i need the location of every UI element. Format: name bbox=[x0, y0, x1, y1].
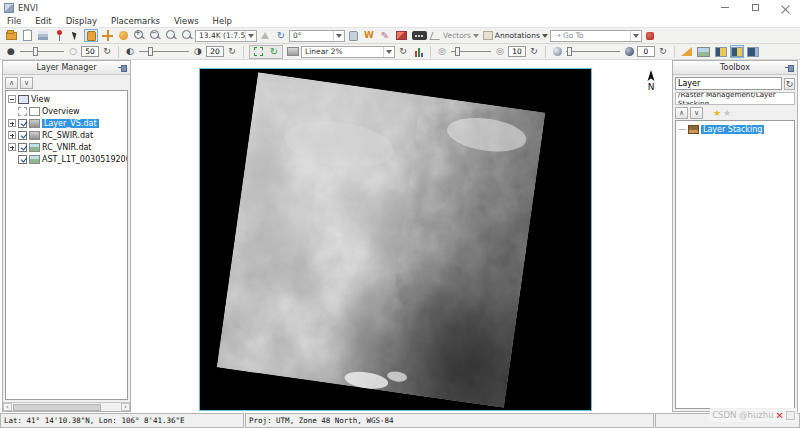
panel-pin-icon[interactable] bbox=[118, 64, 127, 71]
toolbox-header[interactable]: Toolbox bbox=[673, 61, 797, 75]
menu-file[interactable]: File bbox=[0, 16, 28, 26]
zoom-scale-value: 13.4K (1:7.5 bbox=[199, 31, 245, 40]
stretch-refresh-button[interactable]: ↻ bbox=[267, 45, 281, 58]
expand-all-button[interactable]: ∨ bbox=[20, 77, 33, 89]
minimize-button[interactable] bbox=[710, 0, 740, 15]
satellite-image[interactable] bbox=[217, 72, 546, 407]
vectors-dropdown[interactable]: Vectors bbox=[431, 31, 479, 40]
layer-checkbox[interactable] bbox=[18, 131, 27, 140]
keyboard-button[interactable] bbox=[410, 29, 428, 42]
tree-row-layer-stacking[interactable]: — Layer Stacking bbox=[678, 123, 794, 135]
toolbox-search-input[interactable] bbox=[675, 77, 782, 90]
expand-box-icon[interactable] bbox=[8, 143, 16, 151]
two-view-button[interactable] bbox=[730, 45, 744, 58]
tree-row-view[interactable]: View bbox=[8, 93, 127, 105]
select-tool-button[interactable] bbox=[68, 29, 82, 42]
stretch-extent-button[interactable] bbox=[251, 45, 265, 58]
stretch-image-button[interactable] bbox=[286, 45, 300, 58]
scroll-left-icon[interactable]: ‹ bbox=[3, 403, 12, 411]
close-button[interactable] bbox=[770, 0, 800, 15]
brightness-reset-button[interactable]: ↻ bbox=[100, 45, 114, 58]
stretch-type-combobox[interactable]: Linear 2% bbox=[301, 46, 395, 58]
layer-checkbox[interactable] bbox=[18, 119, 27, 128]
zoom-extent-button[interactable] bbox=[164, 29, 178, 42]
tree-row-ast[interactable]: AST_L1T_00305192003034611_ bbox=[8, 153, 127, 165]
expand-all-button[interactable]: ∨ bbox=[690, 107, 703, 119]
rotate-view-button[interactable]: ↻ bbox=[274, 29, 288, 42]
stretch-reset-button[interactable]: ↻ bbox=[396, 45, 410, 58]
brightness-slider[interactable] bbox=[19, 45, 65, 58]
layer-stack-button[interactable] bbox=[36, 29, 50, 42]
placemark-button[interactable] bbox=[52, 29, 66, 42]
tree-row-layer-vs[interactable]: Layer_VS.dat bbox=[8, 117, 127, 129]
contrast-reset-button[interactable]: ↻ bbox=[225, 45, 239, 58]
sharpen-slider[interactable] bbox=[450, 45, 492, 58]
tree-row-rc-vnir[interactable]: RC_VNIR.dat bbox=[8, 141, 127, 153]
histogram-button[interactable] bbox=[412, 45, 426, 58]
dropdown-arrow-icon bbox=[542, 34, 548, 38]
zoom-area-button[interactable] bbox=[180, 29, 194, 42]
layer-label: RC_SWIR.dat bbox=[42, 131, 93, 140]
tree-row-overview[interactable]: Overview bbox=[8, 105, 127, 117]
display-toolbar: ● ○ ↻ ◐ ◑ ↻ ↻ Linear 2% ↻ ◎ ◎ ↻ ↻ bbox=[0, 44, 800, 60]
single-view-button[interactable] bbox=[714, 45, 728, 58]
color-ramp-button[interactable] bbox=[679, 45, 693, 58]
pan-tool-button[interactable] bbox=[84, 29, 98, 42]
maximize-button[interactable] bbox=[740, 0, 770, 15]
zoom-in-button[interactable]: + bbox=[132, 29, 146, 42]
four-view-button[interactable] bbox=[746, 45, 760, 58]
zoom-out-button[interactable]: − bbox=[148, 29, 162, 42]
snap-up-button[interactable] bbox=[258, 29, 272, 42]
image-view-canvas[interactable] bbox=[199, 68, 592, 411]
layer-manager-header[interactable]: Layer Manager bbox=[3, 61, 130, 75]
expand-box-icon[interactable] bbox=[8, 131, 16, 139]
collapse-all-button[interactable]: ∧ bbox=[5, 77, 18, 89]
overview-checkbox[interactable] bbox=[18, 107, 27, 116]
collapse-all-button[interactable]: ∧ bbox=[675, 107, 688, 119]
layer-checkbox[interactable] bbox=[18, 143, 27, 152]
chip-button[interactable] bbox=[394, 29, 408, 42]
menu-display[interactable]: Display bbox=[59, 16, 104, 26]
sharpen-input[interactable] bbox=[508, 46, 526, 57]
goto-combobox[interactable]: ⇢ Go To bbox=[550, 30, 642, 42]
orbit-tool-button[interactable] bbox=[116, 29, 130, 42]
crosshair-tool-button[interactable] bbox=[346, 29, 360, 42]
search-refresh-button[interactable]: ↻ bbox=[784, 78, 795, 90]
annotation-pencil-button[interactable]: ✎ bbox=[378, 29, 392, 42]
sharpen-reset-button[interactable]: ↻ bbox=[527, 45, 541, 58]
expand-box-icon[interactable] bbox=[8, 119, 16, 127]
fly-tool-button[interactable] bbox=[100, 29, 114, 42]
brightness-input[interactable] bbox=[81, 46, 99, 57]
layer-manager-hscrollbar[interactable]: ‹ › bbox=[3, 402, 130, 411]
transparency-input[interactable] bbox=[637, 46, 655, 57]
open-file-button[interactable] bbox=[4, 29, 18, 42]
gray-hand-icon bbox=[349, 31, 358, 41]
image-view-button[interactable] bbox=[695, 45, 712, 58]
transparency-slider[interactable] bbox=[565, 45, 621, 58]
rotation-combobox[interactable]: 0° bbox=[289, 30, 345, 42]
contrast-slider[interactable] bbox=[138, 45, 190, 58]
zoom-area-icon bbox=[182, 30, 193, 41]
scroll-right-icon[interactable]: › bbox=[121, 403, 130, 411]
record-button[interactable] bbox=[643, 29, 657, 42]
favorites-star-icon[interactable]: ★ bbox=[713, 108, 721, 118]
annotations-dropdown[interactable]: Annotations bbox=[483, 31, 548, 40]
scrollbar-thumb[interactable] bbox=[13, 404, 101, 411]
menu-help[interactable]: Help bbox=[206, 16, 239, 26]
combo-arrow-icon bbox=[383, 47, 394, 57]
collapse-box-icon[interactable] bbox=[8, 95, 16, 103]
transparency-reset-button[interactable]: ↻ bbox=[656, 45, 670, 58]
zoom-scale-combobox[interactable]: 13.4K (1:7.5 bbox=[195, 30, 257, 42]
overview-icon bbox=[29, 107, 40, 116]
favorites-star-off-icon[interactable]: ★ bbox=[723, 108, 731, 118]
contrast-input[interactable] bbox=[206, 46, 224, 57]
menu-views[interactable]: Views bbox=[167, 16, 206, 26]
layer-checkbox[interactable] bbox=[18, 155, 27, 164]
panel-pin-icon[interactable] bbox=[785, 64, 794, 71]
menu-edit[interactable]: Edit bbox=[28, 16, 58, 26]
mensuration-button[interactable]: W bbox=[362, 29, 376, 42]
tree-row-rc-swir[interactable]: RC_SWIR.dat bbox=[8, 129, 127, 141]
watermark-close-icon[interactable]: ✕ bbox=[776, 410, 784, 421]
menu-placemarks[interactable]: Placemarks bbox=[104, 16, 167, 26]
data-manager-button[interactable] bbox=[20, 29, 34, 42]
